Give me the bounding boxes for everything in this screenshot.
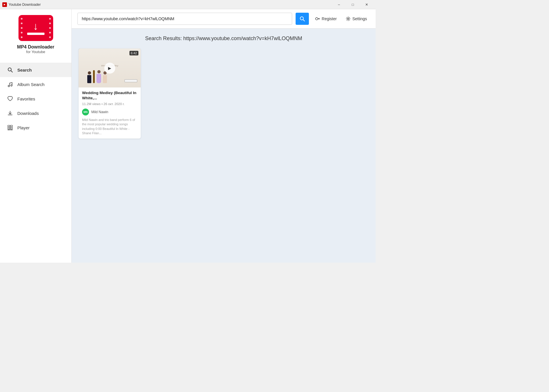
logo-bar xyxy=(27,33,44,35)
figure-2 xyxy=(97,70,101,83)
svg-rect-4 xyxy=(8,125,10,127)
channel-avatar: MN xyxy=(82,109,89,115)
top-bar: Register Settings xyxy=(72,9,376,29)
sidebar-item-album-search[interactable]: Album Search xyxy=(0,77,71,92)
search-icon xyxy=(7,67,13,73)
svg-rect-9 xyxy=(10,129,12,130)
body xyxy=(97,74,101,83)
logo-subtitle: for Youtube xyxy=(26,50,45,54)
download-arrow-icon: ↓ xyxy=(33,21,38,31)
results-title: Search Results: https://www.youtube.com/… xyxy=(79,36,369,42)
register-button[interactable]: Register xyxy=(312,15,340,23)
video-description: Mild Nawin and trio band perform 6 of th… xyxy=(82,118,137,136)
sidebar-logo: ↓ MP4 Downloader for Youtube xyxy=(0,15,71,54)
download-icon xyxy=(7,110,13,116)
sidebar-item-favorites-label: Favorites xyxy=(17,96,35,101)
figure-3 xyxy=(103,71,107,83)
video-card[interactable]: Wedding Medley ▶ 6:42 Wedding Medley (Be… xyxy=(79,48,141,139)
minimize-button[interactable]: – xyxy=(332,0,346,9)
url-input[interactable] xyxy=(77,13,292,25)
maximize-button[interactable]: □ xyxy=(346,0,359,9)
sidebar-item-album-label: Album Search xyxy=(17,82,44,87)
logo-icon: ↓ xyxy=(18,15,53,41)
view-count: 11.2M views xyxy=(82,102,101,106)
svg-line-11 xyxy=(303,20,305,21)
logo-dot xyxy=(21,32,23,33)
window-controls: – □ ✕ xyxy=(332,0,373,9)
logo-dots-left xyxy=(21,15,23,41)
svg-point-2 xyxy=(8,85,10,87)
sidebar-item-player[interactable]: Player xyxy=(0,120,71,135)
logo-dot xyxy=(21,36,23,38)
head xyxy=(97,70,101,73)
sidebar-item-search[interactable]: Search xyxy=(0,63,71,77)
video-title: Wedding Medley (Beautiful In White,... xyxy=(82,90,137,100)
logo-icon-inner: ↓ xyxy=(27,21,44,35)
logo-title: MP4 Downloader xyxy=(17,44,54,50)
head xyxy=(88,71,91,74)
duration-badge: 6:42 xyxy=(129,51,138,55)
close-button[interactable]: ✕ xyxy=(360,0,373,9)
play-button[interactable]: ▶ xyxy=(104,63,115,74)
sidebar-item-downloads[interactable]: Downloads xyxy=(0,106,71,120)
svg-line-1 xyxy=(11,71,13,72)
svg-rect-8 xyxy=(8,129,10,130)
channel-name: Mild Nawin xyxy=(91,110,108,114)
content-area: Register Settings Search Results: https:… xyxy=(72,9,376,263)
title-bar: Youtube Downloader – □ ✕ xyxy=(0,0,376,9)
video-info: Wedding Medley (Beautiful In White,... 1… xyxy=(79,87,141,139)
sidebar-item-downloads-label: Downloads xyxy=(17,111,39,116)
figure-1 xyxy=(87,71,91,83)
sidebar-item-player-label: Player xyxy=(17,125,30,130)
body xyxy=(87,75,91,83)
logo-dot xyxy=(21,18,23,20)
svg-rect-7 xyxy=(10,127,12,129)
heart-icon xyxy=(7,96,13,102)
svg-point-3 xyxy=(11,85,12,86)
figures xyxy=(87,70,107,83)
app-icon xyxy=(2,2,7,7)
channel-row: MN Mild Nawin xyxy=(82,109,137,115)
music-icon xyxy=(7,81,13,87)
video-meta: 11.2M views • 26 окт. 2020 г. xyxy=(82,102,137,106)
gear-icon xyxy=(346,16,350,21)
svg-rect-5 xyxy=(10,125,12,127)
settings-label: Settings xyxy=(352,16,367,21)
logo-dot xyxy=(49,18,51,20)
register-label: Register xyxy=(322,16,337,21)
results-area: Search Results: https://www.youtube.com/… xyxy=(72,29,376,263)
logo-dot xyxy=(49,32,51,33)
logo-dot xyxy=(21,23,23,24)
grid-icon xyxy=(7,124,13,131)
svg-point-13 xyxy=(348,18,349,20)
logo-dots-right xyxy=(49,15,51,41)
keyboard xyxy=(125,79,137,82)
logo-dot xyxy=(21,27,23,29)
logo-dot xyxy=(49,36,51,38)
video-thumbnail: Wedding Medley ▶ 6:42 xyxy=(79,48,141,87)
key-icon xyxy=(315,16,320,21)
sidebar-item-favorites[interactable]: Favorites xyxy=(0,92,71,106)
svg-point-12 xyxy=(316,18,318,20)
upload-date: 26 окт. 2020 г. xyxy=(103,102,125,106)
body xyxy=(103,75,107,83)
app-body: ↓ MP4 Downloader for Youtube xyxy=(0,9,376,263)
app-title: Youtube Downloader xyxy=(9,3,332,7)
svg-rect-6 xyxy=(8,127,10,129)
sidebar: ↓ MP4 Downloader for Youtube xyxy=(0,9,72,263)
sidebar-item-search-label: Search xyxy=(17,68,32,72)
logo-dot xyxy=(49,23,51,24)
search-button[interactable] xyxy=(296,13,309,25)
instrument-bass xyxy=(93,70,95,83)
logo-dot xyxy=(49,27,51,29)
settings-button[interactable]: Settings xyxy=(343,15,370,23)
